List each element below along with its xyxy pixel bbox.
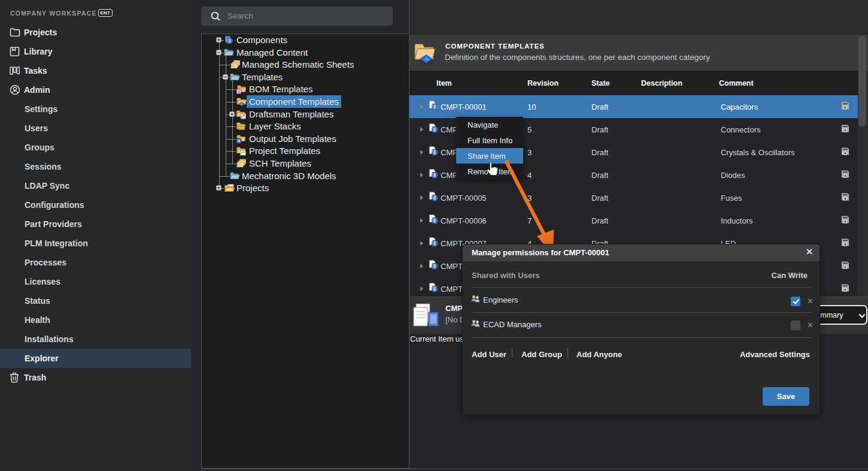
svg-text:B: B bbox=[238, 90, 240, 93]
